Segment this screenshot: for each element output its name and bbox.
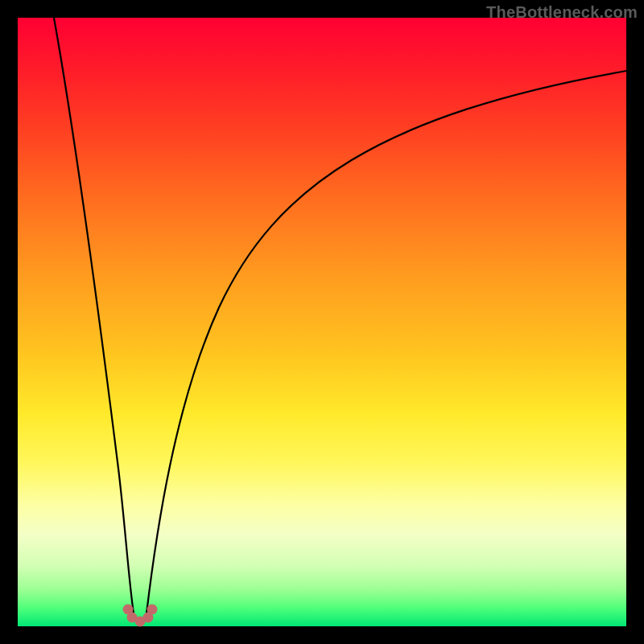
curve-left-branch bbox=[54, 18, 134, 613]
chart-frame: TheBottleneck.com bbox=[0, 0, 644, 644]
marker-dot bbox=[147, 605, 158, 615]
bottleneck-curve bbox=[18, 18, 626, 626]
watermark-text: TheBottleneck.com bbox=[486, 3, 638, 22]
curve-right-branch bbox=[147, 71, 626, 613]
plot-area bbox=[18, 18, 626, 626]
